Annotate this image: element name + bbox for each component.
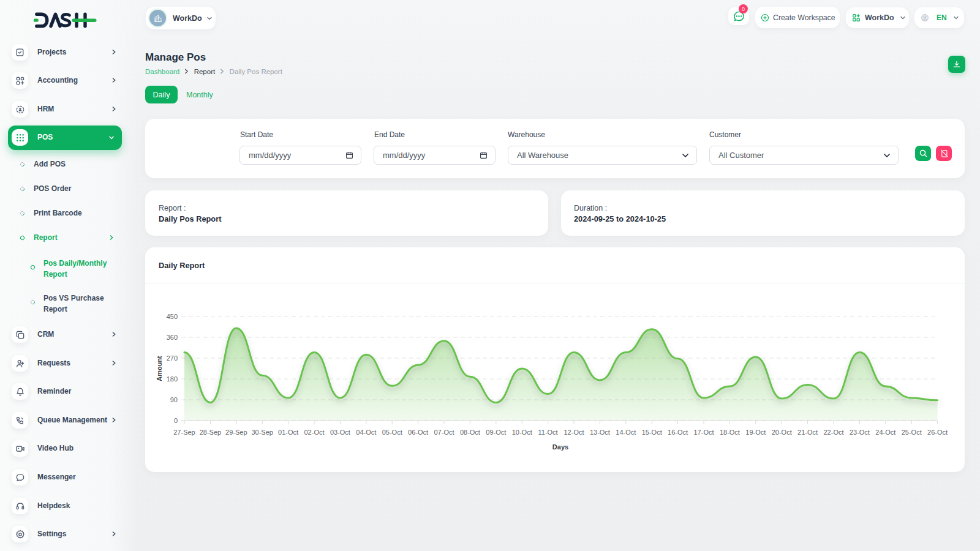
svg-text:0: 0 [174,417,178,424]
svg-text:07-Oct: 07-Oct [434,429,454,436]
svg-text:30-Sep: 30-Sep [251,429,273,436]
svg-text:16-Oct: 16-Oct [668,429,688,436]
svg-text:Days: Days [552,443,568,451]
svg-text:360: 360 [167,334,178,341]
svg-text:22-Oct: 22-Oct [823,429,843,436]
svg-text:19-Oct: 19-Oct [745,429,766,436]
svg-text:28-Sep: 28-Sep [200,429,221,436]
svg-text:13-Oct: 13-Oct [590,429,610,436]
svg-text:29-Sep: 29-Sep [225,429,247,436]
svg-text:03-Oct: 03-Oct [330,429,350,436]
svg-text:11-Oct: 11-Oct [538,429,557,436]
svg-text:270: 270 [167,354,178,362]
svg-text:21-Oct: 21-Oct [797,429,818,436]
svg-text:20-Oct: 20-Oct [772,429,792,436]
svg-text:26-Oct: 26-Oct [927,429,948,436]
svg-text:23-Oct: 23-Oct [850,429,870,436]
svg-text:14-Oct: 14-Oct [616,429,636,436]
svg-text:24-Oct: 24-Oct [875,429,895,436]
svg-text:25-Oct: 25-Oct [902,429,922,436]
svg-text:Amount: Amount [156,356,163,381]
svg-text:06-Oct: 06-Oct [408,429,428,436]
svg-text:17-Oct: 17-Oct [693,429,714,436]
svg-text:08-Oct: 08-Oct [460,429,480,436]
svg-text:27-Sep: 27-Sep [173,429,195,436]
svg-text:04-Oct: 04-Oct [356,429,376,436]
svg-text:12-Oct: 12-Oct [564,429,584,436]
svg-text:01-Oct: 01-Oct [278,429,298,436]
svg-text:05-Oct: 05-Oct [382,429,402,436]
svg-text:09-Oct: 09-Oct [486,429,506,436]
svg-text:02-Oct: 02-Oct [304,429,324,436]
svg-text:15-Oct: 15-Oct [642,429,662,436]
svg-text:90: 90 [170,396,178,403]
svg-text:18-Oct: 18-Oct [720,429,740,436]
svg-text:450: 450 [167,313,178,320]
svg-text:180: 180 [167,375,178,383]
svg-text:10-Oct: 10-Oct [512,429,532,436]
